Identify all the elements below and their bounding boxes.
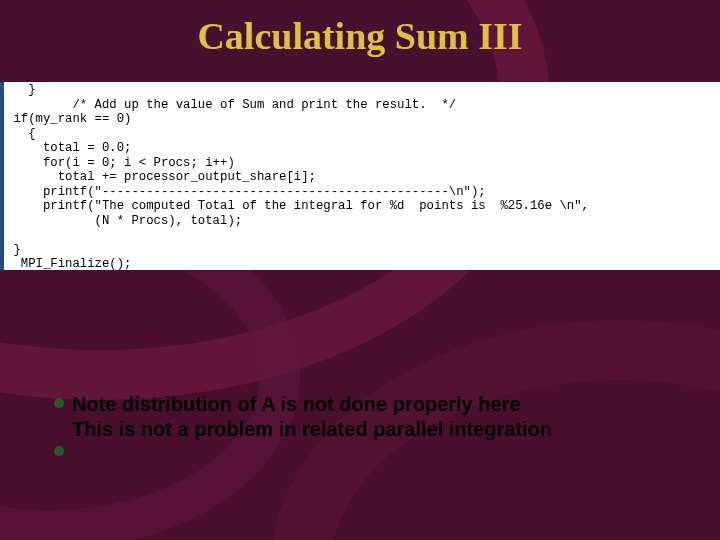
note-line: Note distribution of A is not done prope… bbox=[72, 392, 552, 417]
note-text: Note distribution of A is not done prope… bbox=[72, 392, 552, 442]
slide-title: Calculating Sum III bbox=[0, 14, 720, 58]
code-block: } /* Add up the value of Sum and print t… bbox=[0, 82, 720, 270]
bullet-icon bbox=[54, 398, 64, 408]
note-line: This is not a problem in related paralle… bbox=[72, 417, 552, 442]
bullet-icon bbox=[54, 446, 64, 456]
